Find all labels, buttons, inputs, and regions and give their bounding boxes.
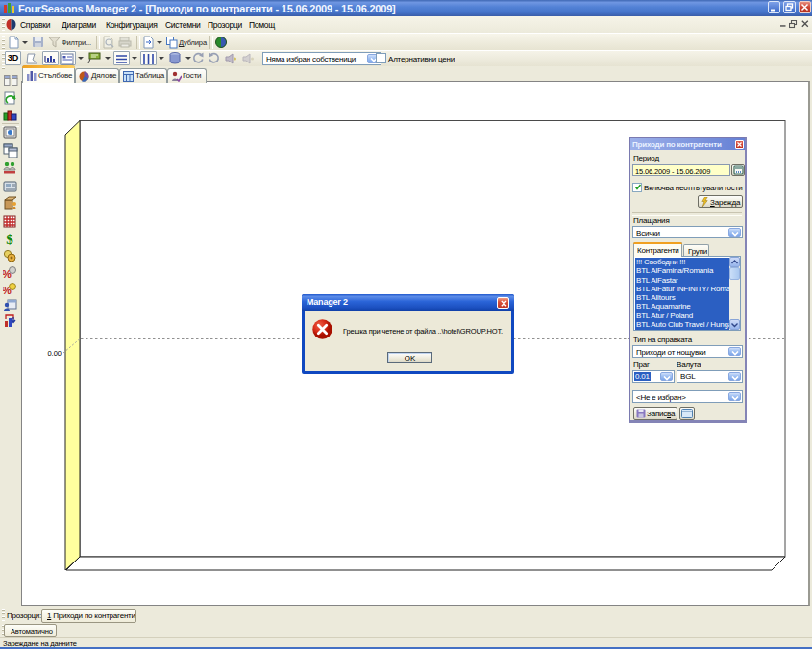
svg-text:%: %: [3, 285, 12, 296]
svg-text:%: %: [3, 268, 12, 280]
svg-text:0.00: 0.00: [47, 349, 62, 358]
svg-text:$: $: [6, 232, 13, 246]
